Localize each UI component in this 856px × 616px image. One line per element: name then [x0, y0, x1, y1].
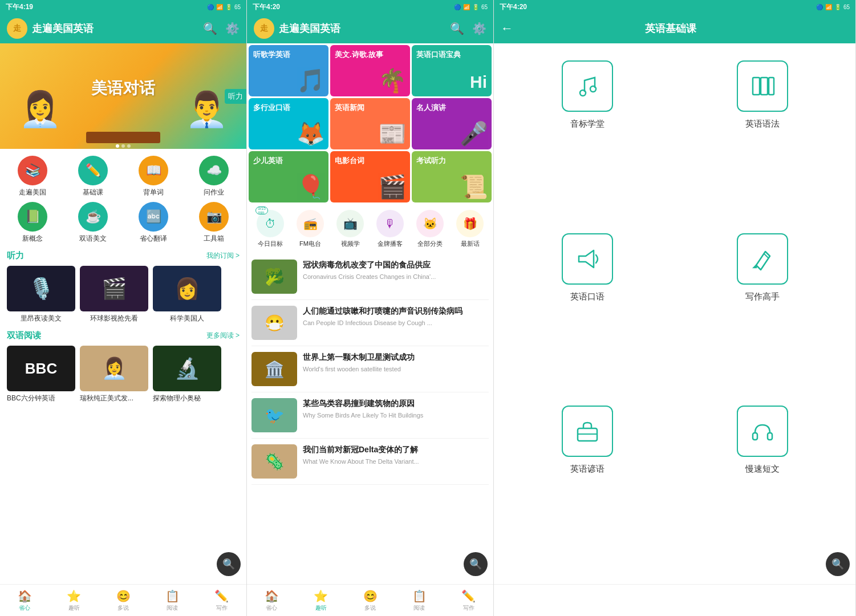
p3-item-yinbiao[interactable]: 音标学堂 — [505, 60, 669, 222]
icon-meiguo[interactable]: 📚 走遍美国 — [5, 156, 60, 197]
panel-1: 下午4:19 🔵 📶 🔋 65 走 走遍美国英语 🔍 ⚙️ 美语对话 👩‍💼 👨… — [0, 0, 247, 616]
news-title-zh-0: 冠状病毒危机改变了中国的食品供应 — [303, 260, 489, 271]
p3-item-kouyu[interactable]: 英语口语 — [505, 233, 669, 395]
svg-rect-3 — [761, 78, 768, 95]
icon-label-meiguo: 走遍美国 — [19, 188, 46, 197]
icon-label-gongju: 工具箱 — [204, 234, 224, 244]
quick-gold[interactable]: 🎙 金牌播客 — [376, 210, 404, 248]
tile-label-5: 名人演讲 — [416, 103, 446, 113]
icon-gongju[interactable]: 📷 工具箱 — [186, 202, 242, 244]
listening-link[interactable]: 我的订阅 > — [206, 251, 240, 261]
tile-8[interactable]: 考试听力 📜 — [412, 151, 492, 202]
quick-fm[interactable]: 📻 FM电台 — [297, 210, 324, 248]
nav-qutin-1[interactable]: ⭐ 趣听 — [49, 585, 98, 616]
news-item-4[interactable]: 🦠 我们当前对新冠Delta变体的了解 What We Know About T… — [251, 439, 489, 485]
nav-qutin-2[interactable]: ⭐ 趣听 — [296, 585, 345, 616]
nav-duoshuo-2[interactable]: 😊 多说 — [346, 585, 395, 616]
tile-label-7: 电影台词 — [335, 156, 364, 166]
tile-0[interactable]: 听歌学英语 🎵 — [249, 45, 328, 96]
tile-5[interactable]: 名人演讲 🎤 — [412, 98, 492, 149]
nav-xiezuo-1[interactable]: ✏️ 写作 — [197, 585, 246, 616]
nav-shengxin-2[interactable]: 🏠 省心 — [247, 585, 296, 616]
fab-3[interactable]: 🔍 — [826, 552, 850, 576]
tile-3[interactable]: 多行业口语 🦊 — [249, 98, 328, 149]
quick-all[interactable]: 🐱 全部分类 — [416, 210, 444, 248]
nav-shengxin-1[interactable]: 🏠 省心 — [0, 585, 49, 616]
icon-shuangyu[interactable]: ☕ 双语美文 — [65, 202, 121, 244]
quick-label-all: 全部分类 — [417, 240, 443, 248]
panel-3: 下午4:20 🔵 📶 🔋 65 ← 英语基础课 音标学堂 — [494, 0, 856, 616]
status-time-2: 下午4:20 — [253, 2, 280, 12]
banner-label-1: 听力 — [225, 89, 246, 104]
quick-badge-today: 0/15min — [255, 206, 268, 214]
nav-label-xiezuo-2: 写作 — [463, 604, 474, 612]
reading-list: BBC BBC六分钟英语 👩‍💼 瑞秋纯正美式发... 🔬 探索物理小奥秘 — [0, 343, 246, 406]
quick-newest[interactable]: 🎁 最新话 — [456, 210, 484, 248]
status-icons-3: 🔵 📶 🔋 65 — [816, 4, 850, 10]
news-title-zh-3: 某些鸟类容易撞到建筑物的原因 — [303, 398, 489, 410]
tile-label-2: 英语口语宝典 — [416, 50, 461, 60]
quick-label-today: 今日目标 — [258, 240, 283, 248]
tile-4[interactable]: 英语新闻 📰 — [330, 98, 410, 149]
search-icon-1[interactable]: 🔍 — [203, 22, 217, 35]
tile-6[interactable]: 少儿英语 🎈 — [249, 151, 328, 202]
p3-item-mansu[interactable]: 慢速短文 — [680, 406, 844, 567]
quick-label-fm: FM电台 — [299, 240, 321, 248]
news-item-2[interactable]: 🏛️ 世界上第一颗木制卫星测试成功 World's first wooden s… — [251, 346, 489, 392]
app-logo-1: 走 — [7, 18, 27, 39]
quick-today[interactable]: ⏱ 0/15min 今日目标 — [257, 210, 284, 248]
listening-item-1[interactable]: 🎬 环球影视抢先看 — [80, 266, 148, 323]
nav-icon-qutin-2: ⭐ — [314, 589, 328, 603]
tile-icon-2: Hi — [470, 72, 487, 92]
status-icons-2: 🔵 📶 🔋 65 — [454, 4, 488, 10]
p3-item-xiezuo[interactable]: 写作高手 — [680, 233, 844, 395]
reading-link[interactable]: 更多阅读 > — [206, 331, 240, 341]
listening-item-0[interactable]: 🎙️ 里昂夜读美文 — [7, 266, 75, 323]
p3-item-yanyu[interactable]: 英语谚语 — [505, 406, 669, 567]
tile-1[interactable]: 美文.诗歌.故事 🌴 — [330, 45, 410, 96]
bottom-spacer-3 — [494, 584, 855, 616]
quick-video[interactable]: 📺 视频学 — [336, 210, 364, 248]
listening-item-2[interactable]: 👩 科学美国人 — [153, 266, 221, 323]
settings-icon-2[interactable]: ⚙️ — [472, 22, 486, 35]
nav-yuedu-1[interactable]: 📋 阅读 — [148, 585, 197, 616]
p3-label-xiezuo: 写作高手 — [745, 291, 780, 302]
reading-section-header: 双语阅读 更多阅读 > — [0, 326, 246, 343]
p3-label-yanyu: 英语谚语 — [570, 464, 605, 475]
icon-fanyi[interactable]: 🔤 省心翻译 — [125, 202, 181, 244]
fab-2[interactable]: 🔍 — [464, 552, 488, 576]
bottom-nav-1: 🏠 省心 ⭐ 趣听 😊 多说 📋 阅读 ✏️ 写作 — [0, 584, 246, 616]
nav-yuedu-2[interactable]: 📋 阅读 — [395, 585, 444, 616]
topbar-1: 走 走遍美国英语 🔍 ⚙️ — [0, 14, 246, 43]
reading-item-0[interactable]: BBC BBC六分钟英语 — [7, 346, 75, 403]
news-title-en-3: Why Some Birds Are Likely To Hit Buildin… — [303, 412, 489, 419]
listening-list: 🎙️ 里昂夜读美文 🎬 环球影视抢先看 👩 科学美国人 — [0, 264, 246, 326]
tile-7[interactable]: 电影台词 🎬 — [330, 151, 410, 202]
reading-item-2[interactable]: 🔬 探索物理小奥秘 — [153, 346, 221, 403]
back-button[interactable]: ← — [501, 21, 513, 36]
search-icon-2[interactable]: 🔍 — [450, 22, 464, 35]
nav-label-shengxin-2: 省心 — [266, 604, 277, 612]
tile-label-0: 听歌学英语 — [253, 50, 290, 60]
icon-label-xingainian: 新概念 — [22, 234, 43, 244]
nav-duoshuo-1[interactable]: 😊 多说 — [99, 585, 148, 616]
icon-beici[interactable]: 📖 背单词 — [125, 156, 181, 197]
tile-2[interactable]: 英语口语宝典 Hi — [412, 45, 492, 96]
topbar-icons-1: 🔍 ⚙️ — [203, 22, 240, 35]
news-item-3[interactable]: 🐦 某些鸟类容易撞到建筑物的原因 Why Some Birds Are Like… — [251, 392, 489, 439]
icon-xingainian[interactable]: 📗 新概念 — [5, 202, 60, 244]
reading-item-1[interactable]: 👩‍💼 瑞秋纯正美式发... — [80, 346, 148, 403]
quick-label-gold: 金牌播客 — [378, 240, 403, 248]
icon-label-shuangyu: 双语美文 — [79, 234, 107, 244]
reading-title-2: 探索物理小奥秘 — [153, 394, 221, 403]
nav-xiezuo-2[interactable]: ✏️ 写作 — [444, 585, 493, 616]
news-item-0[interactable]: 🥦 冠状病毒危机改变了中国的食品供应 Coronavirus Crisis Cr… — [251, 254, 489, 300]
books-icon — [737, 60, 788, 112]
p3-item-yufa[interactable]: 英语语法 — [680, 60, 844, 222]
fab-1[interactable]: 🔍 — [217, 552, 241, 576]
settings-icon-1[interactable]: ⚙️ — [225, 22, 240, 35]
icon-jichuke[interactable]: ✏️ 基础课 — [65, 156, 121, 197]
icon-wenzuo[interactable]: ☁️ 问作业 — [186, 156, 242, 197]
news-item-1[interactable]: 😷 人们能通过咳嗽和打喷嚏的声音识别传染病吗 Can People ID Inf… — [251, 300, 489, 346]
nav-icon-duoshuo-1: 😊 — [116, 589, 131, 603]
